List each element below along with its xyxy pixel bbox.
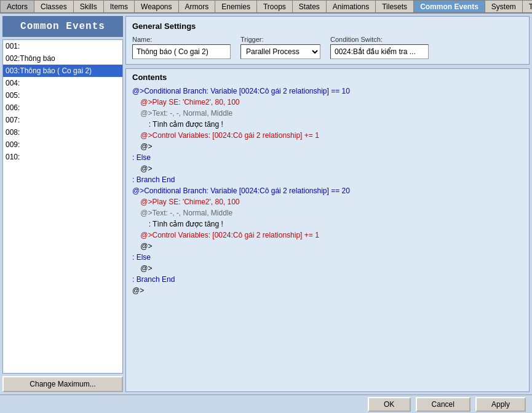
code-line: : Else (132, 252, 523, 263)
code-line: : Else (132, 152, 523, 163)
condition-input[interactable] (330, 44, 429, 59)
tab-states[interactable]: States (292, 0, 326, 12)
change-maximum-button[interactable]: Change Maximum... (2, 376, 123, 392)
panel-title: Common Events (2, 16, 123, 37)
event-list-item[interactable]: 002:Thông báo (3, 52, 122, 65)
tab-skills[interactable]: Skills (73, 0, 103, 12)
general-settings-title: General Settings (132, 22, 523, 31)
code-line: : Tình cảm được tăng ! (132, 219, 523, 230)
event-list-item[interactable]: 010: (3, 151, 122, 163)
code-line: @> (132, 141, 523, 152)
tab-items[interactable]: Items (103, 0, 134, 12)
name-input[interactable] (132, 44, 231, 59)
event-list-item[interactable]: 003:Thông báo ( Co gai 2) (3, 65, 122, 77)
trigger-select[interactable]: NoneAutorunParallel Process (240, 44, 320, 59)
contents-title: Contents (126, 69, 529, 84)
bottom-bar: OK Cancel Apply (0, 395, 532, 413)
code-line: @> (132, 263, 523, 274)
event-list: 001:002:Thông báo003:Thông báo ( Co gai … (2, 39, 123, 374)
name-field: Name: (132, 36, 231, 59)
tab-bar: ActorsClassesSkillsItemsWeaponsArmorsEne… (0, 0, 532, 14)
event-list-item[interactable]: 005: (3, 89, 122, 102)
event-list-item[interactable]: 008: (3, 126, 122, 138)
code-line: @> (132, 285, 523, 296)
tab-animations[interactable]: Animations (326, 0, 375, 12)
trigger-field: Trigger: NoneAutorunParallel Process (240, 36, 320, 59)
tab-weapons[interactable]: Weapons (134, 0, 178, 12)
event-list-item[interactable]: 006: (3, 102, 122, 114)
general-settings-panel: General Settings Name: Trigger: NoneAuto… (125, 16, 530, 65)
event-list-item[interactable]: 009: (3, 138, 122, 151)
code-line: : Branch End (132, 274, 523, 285)
cancel-button[interactable]: Cancel (416, 397, 470, 412)
tab-classes[interactable]: Classes (34, 0, 73, 12)
name-label: Name: (132, 36, 231, 43)
tab-system[interactable]: System (485, 0, 522, 12)
event-list-item[interactable]: 004: (3, 77, 122, 89)
event-list-item[interactable]: 001: (3, 40, 122, 52)
trigger-label: Trigger: (240, 36, 320, 43)
condition-label: Condition Switch: (330, 36, 429, 43)
code-line: @> (132, 241, 523, 252)
code-line: @>Play SE: 'Chime2', 80, 100 (132, 97, 523, 108)
tab-enemies[interactable]: Enemies (215, 0, 256, 12)
contents-scroll[interactable]: @>Conditional Branch: Variable [0024:Cô … (126, 84, 529, 391)
left-panel: Common Events 001:002:Thông báo003:Thông… (2, 16, 123, 392)
contents-area: Contents @>Conditional Branch: Variable … (125, 68, 530, 392)
right-panel: General Settings Name: Trigger: NoneAuto… (125, 16, 530, 392)
tab-troops[interactable]: Troops (256, 0, 292, 12)
code-line: @>Control Variables: [0024:Cô gái 2 rela… (132, 230, 523, 241)
code-line: : Tình cảm được tăng ! (132, 119, 523, 130)
tab-actors[interactable]: Actors (0, 0, 34, 12)
code-line: @>Text: -, -, Normal, Middle (132, 108, 523, 119)
apply-button[interactable]: Apply (475, 397, 526, 412)
code-line: @>Control Variables: [0024:Cô gái 2 rela… (132, 130, 523, 141)
tab-tilesets[interactable]: Tilesets (375, 0, 413, 12)
tab-terms[interactable]: Terms (522, 0, 532, 12)
code-line: @>Text: -, -, Normal, Middle (132, 207, 523, 219)
code-line: : Branch End (132, 174, 523, 185)
code-line: @> (132, 163, 523, 174)
ok-button[interactable]: OK (368, 397, 411, 412)
code-line: @>Conditional Branch: Variable [0024:Cô … (132, 185, 523, 196)
event-list-item[interactable]: 007: (3, 114, 122, 126)
tab-common-events[interactable]: Common Events (413, 0, 485, 12)
condition-field: Condition Switch: (330, 36, 429, 59)
main-container: Common Events 001:002:Thông báo003:Thông… (0, 14, 532, 395)
code-line: @>Play SE: 'Chime2', 80, 100 (132, 196, 523, 207)
settings-row: Name: Trigger: NoneAutorunParallel Proce… (132, 36, 523, 59)
tab-armors[interactable]: Armors (178, 0, 215, 12)
code-line: @>Conditional Branch: Variable [0024:Cô … (132, 86, 523, 97)
